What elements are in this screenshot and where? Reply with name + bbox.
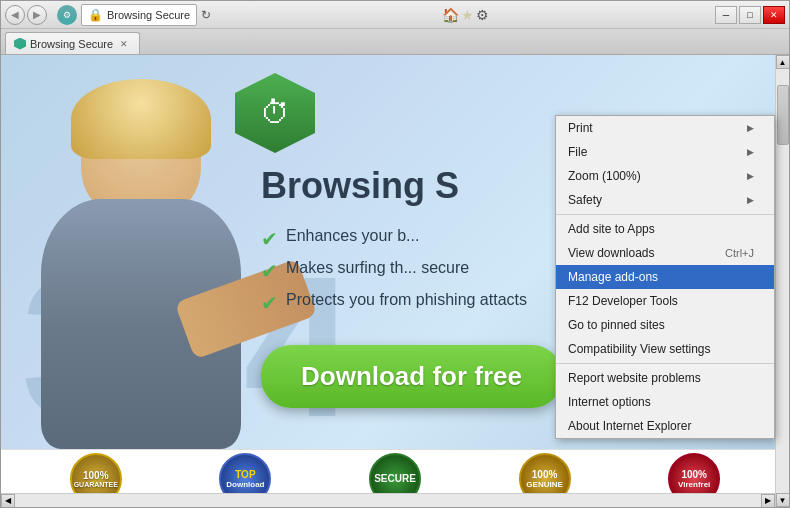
browser-window: ◀ ▶ ⚙ 🔒 Browsing Secure ↻ 🏠 ★ ⚙ ─ □ ✕ <box>0 0 790 508</box>
menu-separator-1 <box>556 214 774 215</box>
address-bar[interactable]: 🔒 Browsing Secure <box>81 4 197 26</box>
close-button[interactable]: ✕ <box>763 6 785 24</box>
address-bar-row: ⚙ 🔒 Browsing Secure ↻ <box>57 4 211 26</box>
tab-label: Browsing Secure <box>30 38 113 50</box>
menu-item-pinned-sites[interactable]: Go to pinned sites <box>556 313 774 337</box>
badge-top-text: TOP <box>235 469 255 480</box>
scroll-thumb[interactable] <box>777 85 789 145</box>
maximize-button[interactable]: □ <box>739 6 761 24</box>
check-icon-2: ✔ <box>261 259 278 283</box>
gear-icon[interactable]: ⚙ <box>476 7 489 23</box>
feature-text-2: Makes surfing th... secure <box>286 259 469 277</box>
menu-item-add-site[interactable]: Add site to Apps <box>556 217 774 241</box>
refresh-button[interactable]: ↻ <box>201 8 211 22</box>
check-icon-3: ✔ <box>261 291 278 315</box>
tab-favicon <box>14 38 26 50</box>
feature-text-3: Protects you from phishing attacts <box>286 291 527 309</box>
context-menu: Print ▶ File ▶ Zoom (100%) ▶ Safety ▶ A <box>555 115 775 439</box>
feature-text-1: Enhances your b... <box>286 227 419 245</box>
content-area: 374 ⏱ Browsing S <box>1 55 789 507</box>
star-icon[interactable]: ★ <box>461 7 474 23</box>
menu-compat-view-label: Compatibility View settings <box>568 342 711 356</box>
stopwatch-icon: ⏱ <box>260 96 290 130</box>
menu-f12-label: F12 Developer Tools <box>568 294 678 308</box>
person-hair <box>71 79 211 159</box>
scroll-left-button[interactable]: ◀ <box>1 494 15 508</box>
hex-logo-area: ⏱ <box>235 73 315 153</box>
menu-print-label: Print <box>568 121 593 135</box>
download-button[interactable]: Download for free <box>261 345 562 408</box>
home-icon[interactable]: 🏠 <box>442 7 459 23</box>
badge-virus-100-text: 100% <box>681 469 707 480</box>
lock-icon: 🔒 <box>88 8 103 22</box>
menu-pinned-sites-label: Go to pinned sites <box>568 318 665 332</box>
scrollbar-horizontal[interactable]: ◀ ▶ <box>1 493 775 507</box>
menu-item-print[interactable]: Print ▶ <box>556 116 774 140</box>
menu-internet-options-label: Internet options <box>568 395 651 409</box>
check-icon-1: ✔ <box>261 227 278 251</box>
menu-safety-arrow: ▶ <box>747 195 754 205</box>
menu-view-downloads-label: View downloads <box>568 246 655 260</box>
menu-item-report[interactable]: Report website problems <box>556 366 774 390</box>
menu-print-arrow: ▶ <box>747 123 754 133</box>
menu-separator-2 <box>556 363 774 364</box>
menu-item-manage-addons[interactable]: Manage add-ons <box>556 265 774 289</box>
badge-guarantee-text: GUARANTEE <box>74 481 118 488</box>
badge-virenfrei-text: Virenfrei <box>678 480 710 489</box>
menu-item-f12[interactable]: F12 Developer Tools <box>556 289 774 313</box>
menu-item-internet-options[interactable]: Internet options <box>556 390 774 414</box>
forward-button[interactable]: ▶ <box>27 5 47 25</box>
badge-genuine-100-text: 100% <box>532 469 558 480</box>
menu-about-ie-label: About Internet Explorer <box>568 419 691 433</box>
menu-manage-addons-label: Manage add-ons <box>568 270 658 284</box>
badge-genuine-text: GENUINE <box>526 480 562 489</box>
tab-close-button[interactable]: ✕ <box>117 37 131 51</box>
scroll-right-button[interactable]: ▶ <box>761 494 775 508</box>
back-button[interactable]: ◀ <box>5 5 25 25</box>
tab-bar: Browsing Secure ✕ <box>1 29 789 55</box>
scroll-down-button[interactable]: ▼ <box>776 493 790 507</box>
title-bar: ◀ ▶ ⚙ 🔒 Browsing Secure ↻ 🏠 ★ ⚙ ─ □ ✕ <box>1 1 789 29</box>
minimize-button[interactable]: ─ <box>715 6 737 24</box>
hex-shape: ⏱ <box>235 73 315 153</box>
menu-item-safety[interactable]: Safety ▶ <box>556 188 774 212</box>
menu-view-downloads-shortcut: Ctrl+J <box>725 247 754 259</box>
window-controls: ─ □ ✕ <box>715 6 785 24</box>
scroll-up-button[interactable]: ▲ <box>776 55 790 69</box>
menu-item-file[interactable]: File ▶ <box>556 140 774 164</box>
menu-item-view-downloads[interactable]: View downloads Ctrl+J <box>556 241 774 265</box>
menu-report-label: Report website problems <box>568 371 701 385</box>
menu-file-arrow: ▶ <box>747 147 754 157</box>
menu-item-about-ie[interactable]: About Internet Explorer <box>556 414 774 438</box>
menu-item-compat-view[interactable]: Compatibility View settings <box>556 337 774 361</box>
title-bar-left: ◀ ▶ ⚙ 🔒 Browsing Secure ↻ <box>5 4 219 26</box>
security-icon: ⚙ <box>57 5 77 25</box>
toolbar-right-icons: 🏠 ★ ⚙ <box>442 7 489 23</box>
website-background: 374 ⏱ Browsing S <box>1 55 789 507</box>
scrollbar-vertical[interactable]: ▲ ▼ <box>775 55 789 507</box>
menu-zoom-arrow: ▶ <box>747 171 754 181</box>
menu-item-zoom[interactable]: Zoom (100%) ▶ <box>556 164 774 188</box>
badge-download-text: Download <box>226 480 264 489</box>
address-text: Browsing Secure <box>107 9 190 21</box>
badge-secure-text: SECURE <box>374 473 416 484</box>
active-tab[interactable]: Browsing Secure ✕ <box>5 32 140 54</box>
menu-safety-label: Safety <box>568 193 602 207</box>
menu-zoom-label: Zoom (100%) <box>568 169 641 183</box>
menu-add-site-label: Add site to Apps <box>568 222 655 236</box>
badge-100-text: 100% <box>83 470 109 481</box>
menu-file-label: File <box>568 145 587 159</box>
